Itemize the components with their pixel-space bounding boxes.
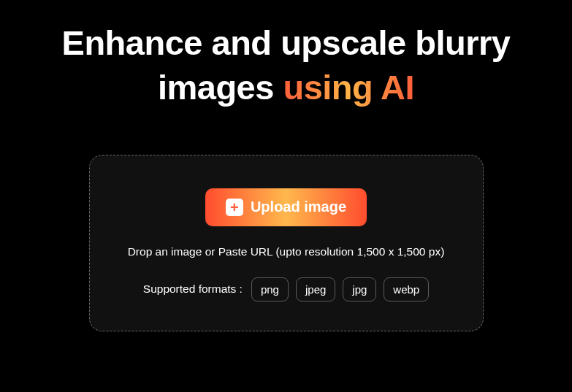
drop-hint-text: Drop an image or Paste URL (upto resolut… — [112, 245, 461, 258]
page-heading: Enhance and upscale blurry images using … — [0, 0, 572, 109]
supported-formats-label: Supported formats : — [143, 283, 243, 296]
upload-image-button[interactable]: + Upload image — [205, 188, 367, 226]
heading-line-2-plain: images — [158, 68, 283, 107]
heading-accent: using AI — [283, 68, 414, 107]
heading-line-1: Enhance and upscale blurry — [29, 22, 543, 65]
format-chip-jpg: jpg — [343, 277, 376, 301]
upload-dropzone[interactable]: + Upload image Drop an image or Paste UR… — [89, 155, 484, 331]
supported-formats-row: Supported formats : png jpeg jpg webp — [112, 277, 461, 301]
format-chip-jpeg: jpeg — [296, 277, 335, 301]
heading-line-2: images using AI — [29, 66, 543, 109]
format-chip-webp: webp — [384, 277, 429, 301]
plus-icon: + — [226, 199, 243, 216]
upload-button-label: Upload image — [251, 199, 346, 215]
format-chip-png: png — [251, 277, 289, 301]
